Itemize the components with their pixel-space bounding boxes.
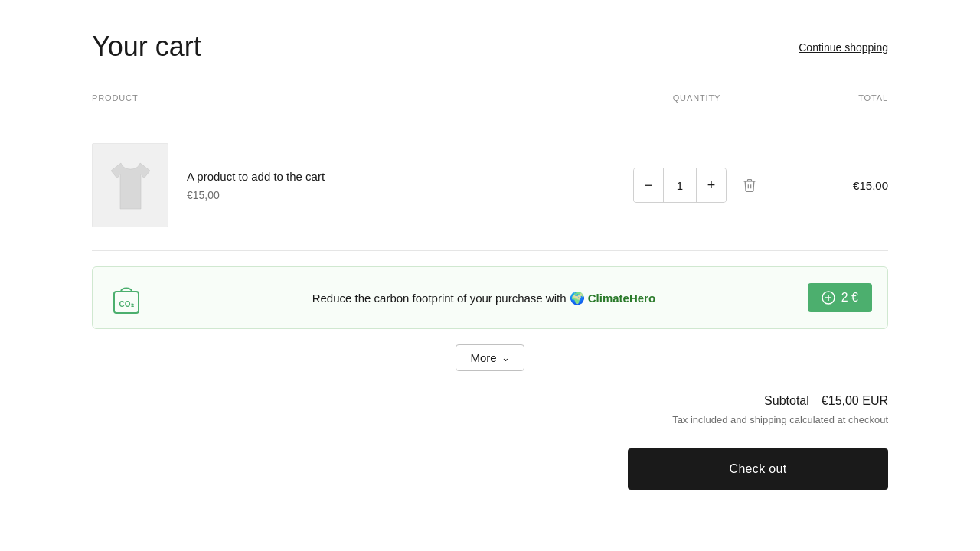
- item-total: €15,00: [773, 179, 888, 192]
- climate-banner: CO₂ Reduce the carbon footprint of your …: [92, 266, 888, 329]
- checkout-area: Subtotal €15,00 EUR Tax included and shi…: [92, 394, 888, 490]
- quantity-controls: − 1 +: [633, 168, 727, 203]
- climate-text: Reduce the carbon footprint of your purc…: [160, 291, 808, 305]
- add-climate-button[interactable]: 2 €: [808, 283, 872, 312]
- subtotal-label: Subtotal: [764, 394, 809, 408]
- subtotal-row: Subtotal €15,00 EUR: [764, 394, 888, 408]
- tax-note: Tax included and shipping calculated at …: [672, 414, 888, 425]
- col-quantity: QUANTITY: [620, 93, 773, 103]
- trash-icon: [742, 178, 757, 193]
- increase-quantity-button[interactable]: +: [697, 168, 726, 202]
- col-product: PRODUCT: [92, 93, 620, 103]
- column-headers: PRODUCT QUANTITY TOTAL: [92, 93, 888, 112]
- product-info: A product to add to the cart €15,00: [187, 170, 325, 201]
- quantity-value: 1: [663, 168, 697, 202]
- chevron-down-icon: ⌄: [501, 353, 510, 363]
- cart-item: A product to add to the cart €15,00 − 1 …: [92, 128, 888, 251]
- plus-circle-icon: [822, 291, 835, 305]
- checkout-button[interactable]: Check out: [628, 448, 888, 490]
- product-image: [92, 143, 168, 227]
- co2-bag-icon: CO₂: [108, 279, 145, 316]
- climate-hero-name: ClimateHero: [588, 292, 655, 305]
- subtotal-section: Subtotal €15,00 EUR Tax included and shi…: [672, 394, 888, 425]
- header-row: Your cart Continue shopping: [92, 31, 888, 63]
- globe-icon: 🌍: [570, 292, 585, 305]
- continue-shopping-link[interactable]: Continue shopping: [799, 41, 888, 54]
- decrease-quantity-button[interactable]: −: [634, 168, 663, 202]
- product-cell: A product to add to the cart €15,00: [92, 143, 620, 227]
- tshirt-icon: [106, 157, 155, 214]
- subtotal-value: €15,00 EUR: [822, 394, 888, 408]
- svg-text:CO₂: CO₂: [119, 300, 134, 308]
- product-name: A product to add to the cart: [187, 170, 325, 183]
- delete-item-button[interactable]: [739, 174, 760, 196]
- more-row: More ⌄: [92, 344, 888, 371]
- quantity-cell: − 1 +: [620, 168, 773, 203]
- page-title: Your cart: [92, 31, 201, 63]
- col-total: TOTAL: [773, 93, 888, 103]
- product-price: €15,00: [187, 189, 325, 201]
- more-button[interactable]: More ⌄: [456, 344, 524, 371]
